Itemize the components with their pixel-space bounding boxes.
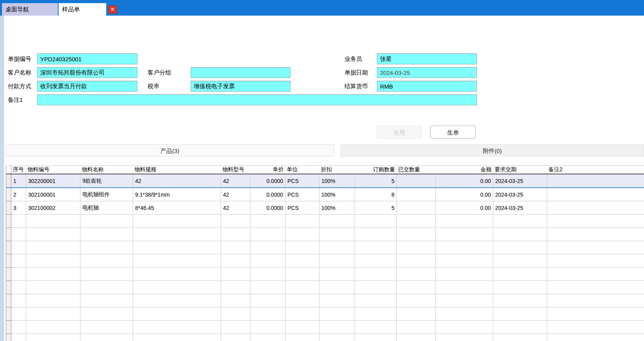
table-cell[interactable]: 2024-03-25 bbox=[493, 174, 547, 188]
table-cell[interactable]: 2 bbox=[11, 188, 26, 201]
tab-attachments[interactable]: 附件(0) bbox=[341, 144, 644, 156]
table-cell[interactable] bbox=[397, 188, 436, 201]
products-table: 序号物料编号物料名称物料规格物料型号单价单位折扣订购数量已交数量金额要求交期备注… bbox=[6, 165, 644, 341]
table-cell[interactable]: 9款齿轮 bbox=[80, 174, 133, 188]
table-cell[interactable]: 9.1*38/9*1mm bbox=[133, 188, 221, 201]
table-cell[interactable]: 302100002 bbox=[26, 201, 80, 215]
table-cell[interactable] bbox=[397, 174, 436, 188]
generate-button[interactable]: 生单 bbox=[430, 126, 476, 139]
tax-rate-input[interactable] bbox=[191, 81, 290, 91]
table-cell[interactable]: 0.0000 bbox=[250, 188, 285, 201]
table-cell bbox=[250, 215, 285, 228]
table-cell[interactable]: PCS bbox=[285, 188, 319, 201]
tab-products[interactable]: 产品(3) bbox=[6, 144, 334, 156]
column-header[interactable]: 物料型号 bbox=[221, 166, 250, 174]
row-selector[interactable] bbox=[6, 188, 11, 201]
table-cell[interactable]: 302100001 bbox=[26, 188, 80, 201]
quote-button[interactable]: 引用 bbox=[377, 126, 422, 139]
column-header[interactable]: 单价 bbox=[250, 166, 285, 174]
customer-name-input[interactable] bbox=[37, 67, 137, 78]
row-selector bbox=[6, 268, 11, 281]
table-cell[interactable]: 42 bbox=[133, 174, 221, 188]
table-cell bbox=[11, 254, 26, 268]
table-cell bbox=[11, 228, 26, 241]
column-header[interactable]: 序号 bbox=[11, 166, 26, 174]
table-cell[interactable]: 2024-03-25 bbox=[493, 188, 547, 201]
doc-no-input[interactable] bbox=[37, 54, 137, 64]
table-cell bbox=[397, 281, 436, 294]
table-cell bbox=[221, 241, 250, 254]
column-header[interactable]: 物料名称 bbox=[80, 166, 133, 174]
column-header[interactable]: 金额 bbox=[436, 166, 493, 174]
row-selector[interactable] bbox=[6, 201, 11, 215]
table-cell bbox=[493, 215, 547, 228]
column-header[interactable]: 备注2 bbox=[547, 166, 644, 174]
table-cell[interactable]: 100% bbox=[319, 174, 355, 188]
table-cell bbox=[11, 294, 26, 307]
table-cell bbox=[355, 254, 397, 268]
row-selector[interactable] bbox=[6, 174, 11, 188]
table-cell[interactable]: 0.00 bbox=[436, 201, 493, 215]
table-cell[interactable]: 5 bbox=[355, 201, 397, 215]
table-cell bbox=[397, 228, 436, 241]
column-header[interactable]: 订购数量 bbox=[355, 166, 397, 174]
column-header[interactable]: 物料规格 bbox=[133, 166, 221, 174]
nav-tab-desktop[interactable]: 桌面导航 bbox=[2, 3, 58, 16]
column-header[interactable]: 单位 bbox=[285, 166, 319, 174]
currency-input[interactable] bbox=[377, 81, 476, 91]
salesperson-input[interactable] bbox=[377, 54, 476, 64]
column-header[interactable]: 要求交期 bbox=[493, 166, 547, 174]
table-cell[interactable]: 8 bbox=[355, 188, 397, 201]
table-header-row: 序号物料编号物料名称物料规格物料型号单价单位折扣订购数量已交数量金额要求交期备注… bbox=[6, 166, 644, 174]
table-cell bbox=[547, 321, 644, 334]
table-cell[interactable]: 100% bbox=[319, 188, 355, 201]
table-cell[interactable]: 100% bbox=[319, 201, 355, 215]
customer-group-input[interactable] bbox=[191, 67, 290, 78]
column-header[interactable]: 已交数量 bbox=[397, 166, 436, 174]
table-cell[interactable] bbox=[547, 188, 644, 201]
table-cell bbox=[133, 215, 221, 228]
table-row[interactable]: 2302100001电机轴组件9.1*38/9*1mm420.0000PCS10… bbox=[6, 188, 644, 201]
table-cell[interactable]: 2024-03-25 bbox=[493, 201, 547, 215]
table-cell bbox=[493, 307, 547, 321]
table-cell[interactable]: 5 bbox=[355, 174, 397, 188]
table-cell bbox=[493, 294, 547, 307]
table-cell[interactable]: 0.00 bbox=[436, 188, 493, 201]
table-cell[interactable]: 0.00 bbox=[436, 174, 493, 188]
table-cell[interactable]: 电机轴 bbox=[80, 201, 133, 215]
table-cell bbox=[80, 334, 133, 341]
column-header[interactable]: 物料编号 bbox=[26, 166, 80, 174]
column-header[interactable]: 折扣 bbox=[319, 166, 355, 174]
table-cell[interactable]: 0.0000 bbox=[250, 201, 285, 215]
table-cell[interactable] bbox=[397, 201, 436, 215]
customer-name-field-box bbox=[37, 67, 137, 78]
table-cell[interactable] bbox=[547, 201, 644, 215]
remark1-input[interactable] bbox=[37, 95, 476, 105]
chevron-down-icon[interactable]: ˅ bbox=[468, 68, 475, 78]
table-cell bbox=[133, 241, 221, 254]
table-cell[interactable]: 302200001 bbox=[26, 174, 80, 188]
table-cell[interactable]: 42 bbox=[221, 188, 250, 201]
table-cell[interactable]: 42 bbox=[221, 201, 250, 215]
table-cell[interactable]: 8*46.45 bbox=[133, 201, 221, 215]
table-cell bbox=[80, 215, 133, 228]
payment-method-input[interactable] bbox=[37, 81, 137, 91]
table-cell[interactable]: PCS bbox=[285, 201, 319, 215]
table-cell[interactable]: 0.0000 bbox=[250, 174, 285, 188]
nav-tab-sample-order[interactable]: 样品单 bbox=[59, 3, 106, 16]
doc-date-input[interactable] bbox=[377, 67, 476, 78]
table-cell bbox=[355, 215, 397, 228]
table-cell[interactable]: 电机轴组件 bbox=[80, 188, 133, 201]
sample-order-window: 桌面导航 样品单 ✕ 单据编号 客户名称 客户分组 付款方式 税率 业务员 单据… bbox=[0, 0, 644, 341]
table-cell[interactable]: PCS bbox=[285, 174, 319, 188]
table-cell[interactable]: 1 bbox=[11, 174, 26, 188]
table-cell[interactable] bbox=[547, 174, 644, 188]
doc-no-label: 单据编号 bbox=[8, 53, 31, 65]
table-cell bbox=[319, 321, 355, 334]
table-cell[interactable]: 42 bbox=[221, 174, 250, 188]
table-row[interactable]: 13022000019款齿轮42420.0000PCS100%50.002024… bbox=[6, 174, 644, 188]
table-cell[interactable]: 3 bbox=[11, 201, 26, 215]
close-icon[interactable]: ✕ bbox=[108, 5, 117, 14]
table-row[interactable]: 3302100002电机轴8*46.45420.0000PCS100%50.00… bbox=[6, 201, 644, 215]
table-cell bbox=[285, 254, 319, 268]
